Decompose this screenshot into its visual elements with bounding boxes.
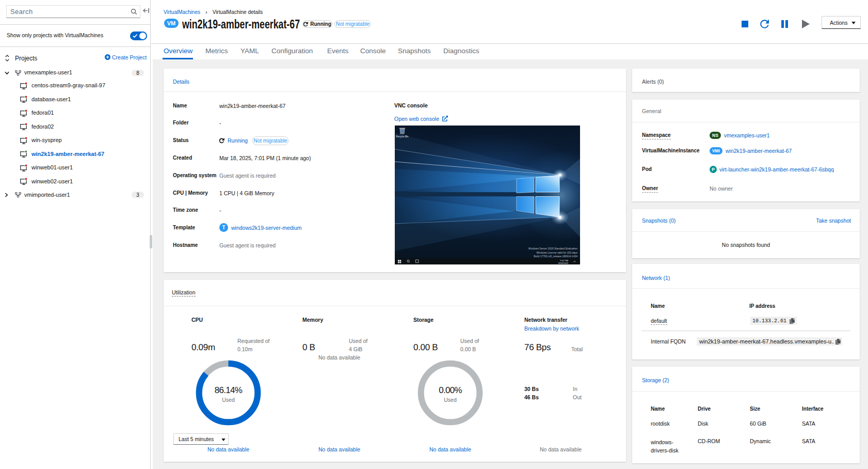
svg-text:3/18/2025: 3/18/2025: [558, 262, 568, 264]
svg-text:Build 17763.rs5_release.180914: Build 17763.rs5_release.180914-1434: [534, 255, 577, 258]
svg-text:Recycle Bin: Recycle Bin: [396, 135, 409, 138]
svg-text:Windows Server 2019 Standard E: Windows Server 2019 Standard Evaluation: [528, 247, 578, 250]
svg-text:Windows License valid for 153: Windows License valid for 153 days: [537, 251, 578, 254]
